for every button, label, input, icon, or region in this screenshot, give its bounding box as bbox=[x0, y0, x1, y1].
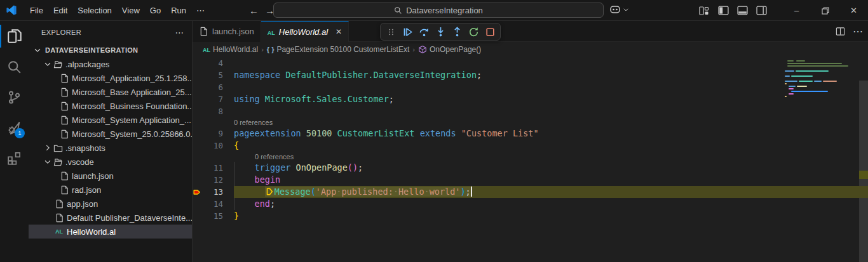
menu-edit[interactable]: Edit bbox=[48, 3, 72, 18]
debug-continue-button[interactable] bbox=[400, 24, 415, 39]
breakpoint-gutter[interactable] bbox=[193, 162, 201, 174]
activity-bar: 1 bbox=[0, 21, 29, 262]
code-line-9[interactable]: 9pageextension 50100 CustomerListExt ext… bbox=[193, 128, 868, 140]
menu-selection[interactable]: Selection bbox=[72, 3, 116, 18]
debug-step-over-button[interactable] bbox=[416, 24, 431, 39]
code-line-4[interactable]: 4 bbox=[193, 57, 868, 69]
restore-button[interactable] bbox=[811, 0, 839, 21]
copilot-menu-button[interactable] bbox=[609, 3, 629, 16]
tree-item-microsoft-application-25.1.258...[interactable]: Microsoft_Application_25.1.258... bbox=[29, 71, 192, 85]
codelens-references[interactable]: 0 references bbox=[193, 152, 868, 162]
minimize-button[interactable]: – bbox=[782, 0, 811, 21]
tree-item-rad.json[interactable]: rad.json bbox=[29, 183, 192, 197]
tree-item-.alpackages[interactable]: .alpackages bbox=[29, 57, 192, 71]
customize-layout-button[interactable] bbox=[695, 0, 714, 21]
tree-item-default-publisher-dataverseinte...[interactable]: Default Publisher_DataverseInte... bbox=[29, 211, 192, 225]
breakpoint-gutter[interactable] bbox=[193, 198, 201, 210]
breadcrumb-item[interactable]: { }PageExtension 50100 CustomerListExt bbox=[267, 45, 409, 54]
tree-item-label: Microsoft_System_25.0.25866.0.... bbox=[72, 129, 192, 139]
tree-item-microsoft-system-application-...[interactable]: Microsoft_System Application_... bbox=[29, 113, 192, 127]
breadcrumb-item[interactable]: ALHelloWorld.al bbox=[203, 45, 258, 54]
code-line-6[interactable]: 6 bbox=[193, 81, 868, 93]
menu-file[interactable]: File bbox=[25, 3, 48, 18]
code-token: begin bbox=[255, 174, 281, 185]
breakpoint-gutter[interactable] bbox=[193, 174, 201, 186]
line-content: end; bbox=[234, 198, 868, 210]
search-icon bbox=[394, 6, 402, 15]
activitybar-item-extensions[interactable] bbox=[0, 143, 29, 173]
debug-restart-button[interactable] bbox=[466, 24, 481, 39]
tree-item-label: app.json bbox=[67, 199, 98, 209]
debug-step-out-button[interactable] bbox=[449, 24, 465, 39]
activitybar-item-source-control[interactable] bbox=[0, 82, 29, 112]
toggle-panel-button[interactable] bbox=[733, 0, 752, 21]
code-line-12[interactable]: 12 begin bbox=[193, 174, 868, 186]
tree-item-app.json[interactable]: app.json bbox=[29, 197, 192, 211]
code-token: Message bbox=[275, 187, 311, 197]
nav-back-button[interactable]: ← bbox=[249, 5, 259, 16]
debug-stop-button[interactable] bbox=[482, 24, 498, 39]
breakpoint-gutter[interactable] bbox=[193, 210, 201, 222]
tab-close-icon[interactable]: ✕ bbox=[336, 27, 342, 36]
tree-item-.snapshots[interactable]: .snapshots bbox=[29, 141, 192, 155]
code-line-7[interactable]: 7using Microsoft.Sales.Customer; bbox=[193, 93, 868, 105]
activitybar-item-search[interactable] bbox=[0, 51, 29, 82]
tree-item-label: Microsoft_Base Application_25.... bbox=[72, 88, 192, 97]
method-icon bbox=[418, 45, 427, 54]
activitybar-item-run-debug[interactable]: 1 bbox=[0, 112, 29, 143]
tree-item-microsoft-business-foundation...[interactable]: Microsoft_Business Foundation... bbox=[29, 99, 192, 113]
menu-view[interactable]: View bbox=[117, 3, 145, 18]
title-bar: FileEditSelectionViewGoRun⋯ ← → Datavers… bbox=[0, 0, 868, 21]
codelens-references[interactable]: 0 references bbox=[193, 117, 868, 128]
tree-item-microsoft-base-application-25....[interactable]: Microsoft_Base Application_25.... bbox=[29, 85, 192, 99]
code-line-5[interactable]: 5namespace DefaultPublisher.DataverseInt… bbox=[193, 69, 868, 81]
tab-helloworld.al[interactable]: ALHelloWorld.al✕ bbox=[261, 21, 349, 42]
breadcrumb-item[interactable]: OnOpenPage() bbox=[418, 45, 481, 54]
tree-item-launch.json[interactable]: launch.json bbox=[29, 169, 192, 183]
code-token: pageextension bbox=[234, 128, 306, 138]
close-button[interactable]: ✕ bbox=[839, 0, 868, 21]
code-line-10[interactable]: 10{ bbox=[193, 140, 868, 152]
breakpoint-gutter[interactable] bbox=[193, 57, 201, 69]
breakpoint-gutter[interactable] bbox=[193, 128, 201, 140]
split-editor-button[interactable] bbox=[836, 27, 845, 36]
code-token: trigger bbox=[255, 162, 296, 173]
code-line-13[interactable]: 13 Message('App·published:·Hello·world')… bbox=[193, 186, 868, 198]
command-center-search[interactable]: DataverseIntegration bbox=[273, 3, 604, 18]
explorer-more-actions-button[interactable]: ⋯ bbox=[175, 27, 184, 37]
code-line-14[interactable]: 14 end; bbox=[193, 198, 868, 210]
tree-item-dataverseintegration[interactable]: DATAVERSEINTEGRATION bbox=[29, 43, 192, 57]
code-token: ; bbox=[477, 70, 482, 80]
breadcrumb-label: HelloWorld.al bbox=[213, 45, 258, 54]
file-icon bbox=[59, 88, 69, 97]
breakpoint-gutter[interactable] bbox=[193, 69, 201, 81]
tree-item-microsoft-system-25.0.25866.0....[interactable]: Microsoft_System_25.0.25866.0.... bbox=[29, 127, 192, 141]
debug-breakpoint-arrow-icon[interactable] bbox=[193, 186, 201, 198]
tree-item-helloworld.al[interactable]: ALHelloWorld.al bbox=[29, 225, 192, 239]
toggle-primary-sidebar-button[interactable] bbox=[714, 0, 733, 21]
debug-toolbar[interactable] bbox=[380, 23, 501, 41]
activitybar-item-explorer[interactable] bbox=[0, 21, 29, 51]
tree-item-.vscode[interactable]: .vscode bbox=[29, 155, 192, 169]
code-token: end bbox=[255, 199, 270, 209]
debug-step-into-button[interactable] bbox=[433, 24, 448, 39]
menu-go[interactable]: Go bbox=[145, 3, 166, 18]
line-number: 15 bbox=[201, 210, 223, 222]
breakpoint-gutter[interactable] bbox=[193, 93, 201, 105]
tree-item-label: .alpackages bbox=[65, 60, 109, 69]
breakpoint-gutter[interactable] bbox=[193, 140, 201, 152]
tab-launch.json[interactable]: launch.json bbox=[193, 21, 261, 42]
chevron-down-icon bbox=[43, 60, 53, 69]
chevron-down-icon bbox=[623, 6, 629, 13]
code-editor[interactable]: 45namespace DefaultPublisher.DataverseIn… bbox=[193, 57, 868, 262]
code-line-8[interactable]: 8 bbox=[193, 105, 868, 117]
code-line-11[interactable]: 11 trigger OnOpenPage(); bbox=[193, 162, 868, 174]
menu-run[interactable]: Run bbox=[166, 3, 191, 18]
editor-more-actions-button[interactable]: ⋯ bbox=[853, 25, 863, 37]
toggle-secondary-sidebar-button[interactable] bbox=[752, 0, 771, 21]
breakpoint-gutter[interactable] bbox=[193, 81, 201, 93]
breakpoint-gutter[interactable] bbox=[193, 105, 201, 117]
menu-more[interactable]: ⋯ bbox=[191, 3, 210, 18]
code-line-15[interactable]: 15} bbox=[193, 210, 868, 222]
line-number: 10 bbox=[201, 140, 223, 152]
